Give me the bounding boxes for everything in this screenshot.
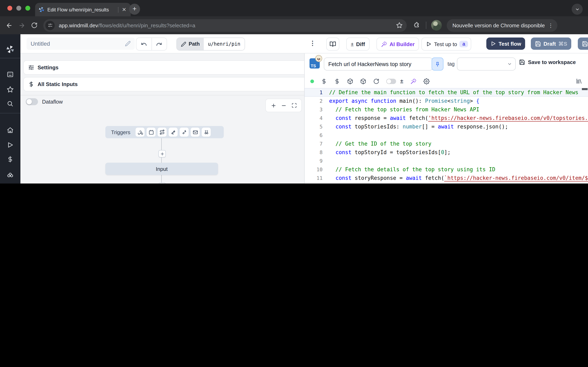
flow-panel-divider	[20, 95, 304, 95]
extensions-icon[interactable]	[413, 22, 420, 29]
flow-settings-row[interactable]: Settings	[23, 60, 305, 75]
sidebar-item-resources[interactable]	[7, 171, 14, 178]
undo-button[interactable]	[136, 38, 152, 50]
websocket-icon[interactable]	[169, 128, 178, 137]
reload-icon[interactable]	[373, 78, 379, 84]
tab-search-button[interactable]	[572, 4, 583, 15]
graph-zoom-controls	[265, 99, 302, 112]
ai-wand-icon[interactable]	[410, 78, 416, 84]
search-icon[interactable]	[7, 100, 14, 107]
browser-menu-icon[interactable]: ⋮	[548, 22, 553, 28]
editor-settings-icon[interactable]	[423, 78, 429, 84]
back-button[interactable]	[6, 22, 13, 29]
docs-button[interactable]	[326, 38, 339, 50]
sidebar-item-runs[interactable]	[7, 142, 14, 149]
save-icon	[582, 41, 588, 47]
play-icon	[426, 41, 432, 47]
redo-button[interactable]	[152, 38, 167, 50]
typescript-icon: TS	[310, 58, 320, 68]
chevron-down-icon	[575, 7, 580, 12]
package-icon[interactable]	[360, 78, 366, 84]
dataflow-toggle[interactable]	[26, 98, 38, 105]
window-zoom-button[interactable]	[25, 6, 30, 11]
triggers-label: Triggers	[111, 129, 130, 135]
schedule-icon[interactable]	[147, 128, 156, 137]
url-text: app.windmill.dev/flows/edit/u/henri/pin_…	[59, 22, 396, 28]
sidebar-item-apps[interactable]	[7, 71, 14, 78]
window-close-button[interactable]	[7, 6, 12, 11]
more-options-icon[interactable]: ⋮	[310, 40, 316, 47]
step-summary-input[interactable]: Fetch url of HackerNews top story	[324, 58, 433, 71]
sidebar-item-home[interactable]	[7, 127, 14, 134]
address-bar[interactable]: app.windmill.dev/flows/edit/u/henri/pin_…	[43, 19, 407, 32]
deploy-button[interactable]: Deploy	[578, 38, 588, 50]
diff-icon[interactable]: ±	[400, 78, 403, 84]
window-minimize-button[interactable]	[16, 6, 21, 11]
diff-button[interactable]: ± Diff	[346, 38, 370, 50]
forward-button[interactable]	[18, 22, 25, 29]
event-stream-icon[interactable]	[180, 128, 189, 137]
app-sidebar	[0, 34, 20, 184]
draft-button[interactable]: Draft ⌘S	[531, 38, 571, 50]
edge	[161, 175, 162, 184]
windmill-logo[interactable]	[6, 45, 15, 54]
test-flow-button[interactable]: Test flow	[486, 38, 525, 50]
diff-mode-toggle[interactable]	[386, 78, 396, 84]
edit-pencil-icon	[181, 42, 186, 47]
ai-builder-button[interactable]: AI Builder	[376, 38, 419, 50]
save-icon	[519, 59, 525, 65]
resources-dollar-icon[interactable]	[334, 78, 340, 84]
chrome-update-button[interactable]: Nouvelle version de Chrome disponible ⋮	[447, 19, 557, 32]
code-editor[interactable]: 1// Define the main function to fetch th…	[305, 88, 588, 184]
fit-view-icon[interactable]	[291, 103, 297, 108]
add-step-button[interactable]	[158, 150, 166, 157]
undo-redo-group	[136, 38, 167, 50]
windmill-app: Untitled Path u/henri/pin ⋮	[0, 34, 588, 184]
flow-name-input[interactable]: Untitled	[26, 38, 135, 50]
editor-toolbar: ±	[305, 75, 588, 87]
path-control[interactable]: Path u/henri/pin	[176, 38, 245, 50]
sidebar-item-favorites[interactable]	[7, 86, 14, 93]
poll-icon[interactable]	[202, 128, 211, 137]
reload-button[interactable]	[31, 22, 38, 29]
path-label: Path	[177, 38, 204, 50]
input-node[interactable]: Input	[105, 163, 218, 175]
editor-scrollbar[interactable]	[582, 88, 588, 90]
tab-close-icon[interactable]: ✕	[121, 6, 127, 13]
chevron-down-icon	[507, 62, 512, 67]
pin-step-button[interactable]	[432, 58, 443, 71]
sliders-icon	[28, 64, 34, 71]
sidebar-item-variables[interactable]	[7, 156, 14, 163]
zoom-in-icon[interactable]	[270, 103, 276, 108]
webhook-icon[interactable]	[136, 128, 145, 137]
step-summary-value: Fetch url of HackerNews top story	[328, 61, 411, 67]
dataflow-label: Dataflow	[42, 99, 63, 105]
site-settings-icon[interactable]	[45, 21, 55, 30]
http-route-icon[interactable]	[158, 128, 167, 137]
library-icon[interactable]	[576, 78, 582, 84]
windmill-favicon	[38, 7, 44, 13]
sidebar-divider	[0, 113, 20, 113]
profile-avatar[interactable]	[431, 20, 442, 31]
new-tab-button[interactable]: +	[129, 4, 140, 15]
tag-select[interactable]	[457, 58, 516, 71]
email-icon[interactable]	[191, 128, 200, 137]
test-up-to-button[interactable]: Test up to a	[421, 38, 471, 50]
browser-tab[interactable]: Edit Flow u/henri/pin_results ✕	[35, 3, 131, 16]
flow-settings-label: Settings	[38, 64, 59, 71]
bookmark-star-icon[interactable]	[396, 22, 403, 29]
pin-icon	[435, 61, 440, 67]
triggers-node[interactable]: Triggers	[105, 126, 224, 138]
edit-pencil-icon[interactable]	[125, 41, 131, 47]
all-static-inputs-row[interactable]: All Static Inputs	[23, 77, 305, 91]
browser-tab-strip: Edit Flow u/henri/pin_results ✕ +	[0, 0, 588, 16]
add-step-button[interactable]	[158, 183, 166, 184]
bun-icon	[315, 55, 322, 62]
package-icon[interactable]	[347, 78, 353, 84]
variables-icon[interactable]	[321, 78, 327, 84]
zoom-out-icon[interactable]	[281, 103, 287, 108]
diff-icon: ±	[351, 41, 354, 47]
save-to-workspace-button[interactable]: Save to workspace	[519, 59, 576, 65]
step-editor-panel: TS Fetch url of HackerNews top story tag…	[305, 53, 588, 184]
tab-title: Edit Flow u/henri/pin_results	[47, 7, 116, 12]
